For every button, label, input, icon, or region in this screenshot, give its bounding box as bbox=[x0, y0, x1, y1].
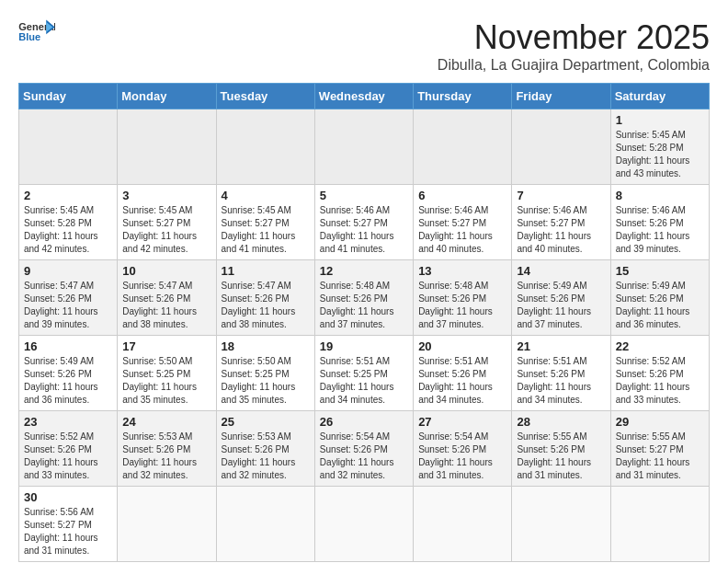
day-number: 16 bbox=[24, 339, 112, 353]
day-info: Sunrise: 5:53 AM Sunset: 5:26 PM Dayligh… bbox=[122, 431, 210, 482]
day-number: 1 bbox=[616, 113, 704, 127]
day-number: 28 bbox=[517, 415, 605, 429]
calendar-week-2: 9Sunrise: 5:47 AM Sunset: 5:26 PM Daylig… bbox=[19, 260, 710, 336]
day-number: 5 bbox=[320, 189, 408, 202]
calendar-cell: 21Sunrise: 5:51 AM Sunset: 5:26 PM Dayli… bbox=[512, 336, 610, 411]
day-info: Sunrise: 5:45 AM Sunset: 5:28 PM Dayligh… bbox=[24, 204, 112, 256]
day-info: Sunrise: 5:54 AM Sunset: 5:26 PM Dayligh… bbox=[320, 431, 408, 482]
calendar-cell: 12Sunrise: 5:48 AM Sunset: 5:26 PM Dayli… bbox=[314, 260, 413, 336]
calendar-cell: 16Sunrise: 5:49 AM Sunset: 5:26 PM Dayli… bbox=[19, 336, 118, 411]
calendar: SundayMondayTuesdayWednesdayThursdayFrid… bbox=[18, 83, 710, 562]
calendar-cell bbox=[19, 109, 118, 185]
calendar-cell bbox=[216, 109, 314, 185]
day-number: 21 bbox=[517, 339, 605, 353]
day-info: Sunrise: 5:48 AM Sunset: 5:26 PM Dayligh… bbox=[320, 280, 408, 331]
calendar-cell bbox=[512, 487, 610, 562]
day-info: Sunrise: 5:49 AM Sunset: 5:26 PM Dayligh… bbox=[24, 355, 112, 407]
day-info: Sunrise: 5:55 AM Sunset: 5:27 PM Dayligh… bbox=[616, 431, 704, 482]
weekday-saturday: Saturday bbox=[610, 84, 709, 109]
calendar-cell: 18Sunrise: 5:50 AM Sunset: 5:25 PM Dayli… bbox=[216, 336, 314, 411]
calendar-week-4: 23Sunrise: 5:52 AM Sunset: 5:26 PM Dayli… bbox=[19, 411, 710, 487]
calendar-cell bbox=[414, 487, 512, 562]
calendar-week-3: 16Sunrise: 5:49 AM Sunset: 5:26 PM Dayli… bbox=[19, 336, 710, 411]
calendar-cell: 8Sunrise: 5:46 AM Sunset: 5:26 PM Daylig… bbox=[610, 185, 709, 260]
day-number: 29 bbox=[616, 415, 704, 429]
calendar-cell: 3Sunrise: 5:45 AM Sunset: 5:27 PM Daylig… bbox=[118, 185, 216, 260]
day-info: Sunrise: 5:46 AM Sunset: 5:27 PM Dayligh… bbox=[517, 204, 605, 256]
day-info: Sunrise: 5:51 AM Sunset: 5:26 PM Dayligh… bbox=[418, 355, 506, 407]
calendar-cell: 17Sunrise: 5:50 AM Sunset: 5:25 PM Dayli… bbox=[118, 336, 216, 411]
day-number: 14 bbox=[517, 264, 605, 278]
day-info: Sunrise: 5:52 AM Sunset: 5:26 PM Dayligh… bbox=[616, 355, 704, 407]
day-number: 30 bbox=[24, 490, 112, 504]
day-info: Sunrise: 5:46 AM Sunset: 5:27 PM Dayligh… bbox=[320, 204, 408, 256]
day-number: 9 bbox=[24, 264, 112, 278]
day-number: 7 bbox=[517, 189, 605, 202]
calendar-cell: 29Sunrise: 5:55 AM Sunset: 5:27 PM Dayli… bbox=[610, 411, 709, 487]
day-info: Sunrise: 5:50 AM Sunset: 5:25 PM Dayligh… bbox=[122, 355, 210, 407]
calendar-cell: 20Sunrise: 5:51 AM Sunset: 5:26 PM Dayli… bbox=[414, 336, 512, 411]
day-number: 13 bbox=[418, 264, 506, 278]
day-number: 24 bbox=[122, 415, 210, 429]
calendar-cell: 15Sunrise: 5:49 AM Sunset: 5:26 PM Dayli… bbox=[610, 260, 709, 336]
calendar-cell: 23Sunrise: 5:52 AM Sunset: 5:26 PM Dayli… bbox=[19, 411, 118, 487]
calendar-cell: 24Sunrise: 5:53 AM Sunset: 5:26 PM Dayli… bbox=[118, 411, 216, 487]
title-area: November 2025 Dibulla, La Guajira Depart… bbox=[438, 18, 710, 74]
calendar-cell bbox=[512, 109, 610, 185]
calendar-cell: 1Sunrise: 5:45 AM Sunset: 5:28 PM Daylig… bbox=[610, 109, 709, 185]
calendar-cell bbox=[314, 487, 413, 562]
calendar-cell bbox=[414, 109, 512, 185]
calendar-cell: 10Sunrise: 5:47 AM Sunset: 5:26 PM Dayli… bbox=[118, 260, 216, 336]
calendar-cell: 28Sunrise: 5:55 AM Sunset: 5:26 PM Dayli… bbox=[512, 411, 610, 487]
day-number: 20 bbox=[418, 339, 506, 353]
weekday-monday: Monday bbox=[118, 84, 216, 109]
day-number: 8 bbox=[616, 189, 704, 202]
day-info: Sunrise: 5:45 AM Sunset: 5:27 PM Dayligh… bbox=[222, 204, 310, 256]
calendar-cell bbox=[610, 487, 709, 562]
calendar-week-1: 2Sunrise: 5:45 AM Sunset: 5:28 PM Daylig… bbox=[19, 185, 710, 260]
day-number: 26 bbox=[320, 415, 408, 429]
weekday-friday: Friday bbox=[512, 84, 610, 109]
calendar-cell: 19Sunrise: 5:51 AM Sunset: 5:25 PM Dayli… bbox=[314, 336, 413, 411]
day-number: 23 bbox=[24, 415, 112, 429]
day-info: Sunrise: 5:54 AM Sunset: 5:26 PM Dayligh… bbox=[418, 431, 506, 482]
day-number: 17 bbox=[122, 339, 210, 353]
day-number: 25 bbox=[222, 415, 310, 429]
weekday-header-row: SundayMondayTuesdayWednesdayThursdayFrid… bbox=[19, 84, 710, 109]
month-title: November 2025 bbox=[438, 18, 710, 57]
day-info: Sunrise: 5:47 AM Sunset: 5:26 PM Dayligh… bbox=[24, 280, 112, 331]
day-info: Sunrise: 5:50 AM Sunset: 5:25 PM Dayligh… bbox=[222, 355, 310, 407]
day-info: Sunrise: 5:51 AM Sunset: 5:26 PM Dayligh… bbox=[517, 355, 605, 407]
day-info: Sunrise: 5:46 AM Sunset: 5:27 PM Dayligh… bbox=[418, 204, 506, 256]
day-info: Sunrise: 5:56 AM Sunset: 5:27 PM Dayligh… bbox=[24, 506, 112, 557]
calendar-cell: 11Sunrise: 5:47 AM Sunset: 5:26 PM Dayli… bbox=[216, 260, 314, 336]
day-info: Sunrise: 5:49 AM Sunset: 5:26 PM Dayligh… bbox=[616, 280, 704, 331]
calendar-cell: 14Sunrise: 5:49 AM Sunset: 5:26 PM Dayli… bbox=[512, 260, 610, 336]
weekday-sunday: Sunday bbox=[19, 84, 118, 109]
day-info: Sunrise: 5:48 AM Sunset: 5:26 PM Dayligh… bbox=[418, 280, 506, 331]
day-number: 2 bbox=[24, 189, 112, 202]
weekday-wednesday: Wednesday bbox=[314, 84, 413, 109]
weekday-thursday: Thursday bbox=[414, 84, 512, 109]
weekday-tuesday: Tuesday bbox=[216, 84, 314, 109]
day-number: 6 bbox=[418, 189, 506, 202]
calendar-cell: 13Sunrise: 5:48 AM Sunset: 5:26 PM Dayli… bbox=[414, 260, 512, 336]
logo-icon: General Blue bbox=[18, 18, 55, 46]
day-info: Sunrise: 5:49 AM Sunset: 5:26 PM Dayligh… bbox=[517, 280, 605, 331]
calendar-cell: 22Sunrise: 5:52 AM Sunset: 5:26 PM Dayli… bbox=[610, 336, 709, 411]
day-number: 4 bbox=[222, 189, 310, 202]
day-info: Sunrise: 5:45 AM Sunset: 5:28 PM Dayligh… bbox=[616, 129, 704, 180]
calendar-cell: 9Sunrise: 5:47 AM Sunset: 5:26 PM Daylig… bbox=[19, 260, 118, 336]
day-info: Sunrise: 5:47 AM Sunset: 5:26 PM Dayligh… bbox=[222, 280, 310, 331]
day-info: Sunrise: 5:52 AM Sunset: 5:26 PM Dayligh… bbox=[24, 431, 112, 482]
calendar-cell bbox=[118, 109, 216, 185]
day-number: 10 bbox=[122, 264, 210, 278]
day-info: Sunrise: 5:47 AM Sunset: 5:26 PM Dayligh… bbox=[122, 280, 210, 331]
calendar-cell: 27Sunrise: 5:54 AM Sunset: 5:26 PM Dayli… bbox=[414, 411, 512, 487]
day-number: 12 bbox=[320, 264, 408, 278]
calendar-cell: 25Sunrise: 5:53 AM Sunset: 5:26 PM Dayli… bbox=[216, 411, 314, 487]
day-info: Sunrise: 5:51 AM Sunset: 5:25 PM Dayligh… bbox=[320, 355, 408, 407]
calendar-cell bbox=[118, 487, 216, 562]
calendar-cell: 2Sunrise: 5:45 AM Sunset: 5:28 PM Daylig… bbox=[19, 185, 118, 260]
calendar-cell bbox=[216, 487, 314, 562]
